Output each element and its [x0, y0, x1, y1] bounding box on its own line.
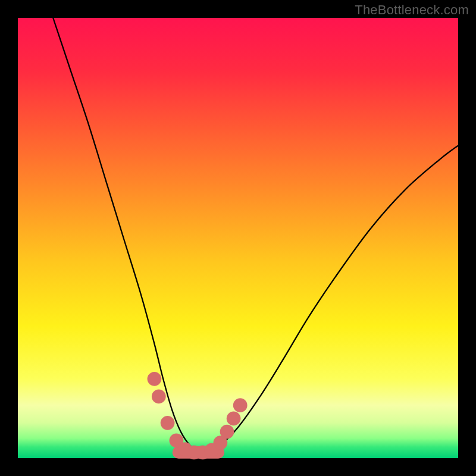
- highlight-dot: [233, 398, 248, 412]
- chart-curve-layer: [18, 18, 458, 458]
- highlight-dot: [227, 412, 241, 426]
- bottleneck-curve: [53, 18, 458, 452]
- highlight-dot: [152, 390, 166, 404]
- highlight-dot: [220, 425, 234, 439]
- highlight-markers: [148, 372, 248, 459]
- highlight-dot: [161, 416, 175, 430]
- watermark-text: TheBottleneck.com: [355, 2, 469, 18]
- chart-frame: TheBottleneck.com: [0, 0, 476, 476]
- highlight-dot: [148, 372, 162, 386]
